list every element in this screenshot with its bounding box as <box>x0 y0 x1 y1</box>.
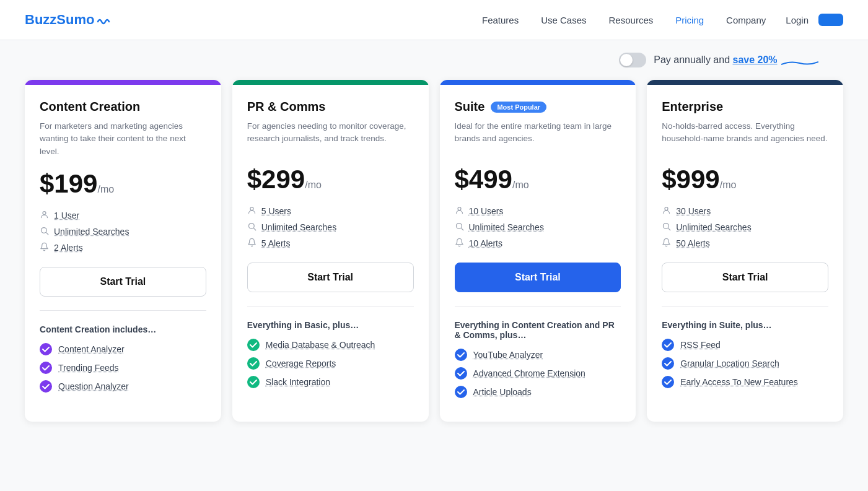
feature-text: 50 Alerts <box>676 238 709 248</box>
checklist-item-label[interactable]: YouTube Analyzer <box>473 350 543 360</box>
checklist-item-label[interactable]: Trending Feeds <box>58 363 119 373</box>
feature-item[interactable]: Unlimited Searches <box>455 222 621 233</box>
nav-pricing[interactable]: Pricing <box>675 15 704 25</box>
check-icon <box>455 349 467 361</box>
plan-title: Enterprise <box>662 100 828 114</box>
checklist-item: Trending Feeds <box>40 362 206 374</box>
svg-point-11 <box>247 376 260 388</box>
checklist-item-label[interactable]: Advanced Chrome Extension <box>473 368 585 378</box>
user-icon <box>40 210 49 221</box>
check-icon <box>247 339 260 351</box>
svg-point-12 <box>458 207 461 211</box>
search-icon <box>662 222 671 233</box>
search-icon <box>40 226 49 237</box>
card-body: Enterprise No-holds-barred access. Every… <box>647 85 843 412</box>
divider <box>455 306 621 306</box>
check-icon <box>455 386 467 398</box>
checklist-item-label[interactable]: Question Analyzer <box>58 381 129 391</box>
divider <box>40 310 206 311</box>
feature-item[interactable]: 30 Users <box>662 206 828 217</box>
feature-text: 5 Alerts <box>261 238 291 248</box>
plan-title-text: Content Creation <box>40 100 140 114</box>
divider <box>662 306 828 306</box>
bell-icon <box>662 238 671 249</box>
start-trial-button[interactable]: Start Trial <box>247 263 414 292</box>
card-top-bar <box>440 80 636 85</box>
checklist-item-label[interactable]: RSS Feed <box>680 340 721 350</box>
feature-text: 10 Alerts <box>469 238 502 248</box>
toggle-label: Pay annually and save 20% <box>654 54 818 66</box>
svg-point-1 <box>42 227 47 233</box>
svg-line-20 <box>669 228 670 230</box>
checklist-item: Article Uploads <box>455 386 621 398</box>
underline-wave-icon <box>781 59 818 66</box>
check-icon <box>662 339 674 351</box>
start-trial-button[interactable]: Start Trial <box>662 263 828 292</box>
plan-price: $499 <box>455 165 512 194</box>
plan-card-enterprise: Enterprise No-holds-barred access. Every… <box>647 80 843 422</box>
logo[interactable]: BuzzSumo <box>25 12 110 28</box>
nav-use-cases[interactable]: Use Cases <box>541 15 586 25</box>
nav-resources[interactable]: Resources <box>609 15 654 25</box>
svg-point-3 <box>40 343 52 355</box>
feature-item[interactable]: 5 Users <box>247 206 414 217</box>
plan-card-pr-comms: PR & Comms For agencies needing to monit… <box>232 80 429 422</box>
feature-item[interactable]: 5 Alerts <box>247 238 414 249</box>
price-block: $199/mo <box>40 169 206 199</box>
free-trial-button[interactable] <box>818 14 843 26</box>
check-icon <box>40 380 52 393</box>
search-icon <box>247 222 256 233</box>
start-trial-button[interactable]: Start Trial <box>455 263 621 292</box>
logo-wave-icon <box>97 13 110 27</box>
check-icon <box>455 367 467 380</box>
feature-item[interactable]: Unlimited Searches <box>40 226 206 237</box>
includes-title: Everything in Basic, plus… <box>247 320 414 330</box>
divider <box>247 306 414 306</box>
nav-company[interactable]: Company <box>726 15 766 25</box>
plan-card-suite: Suite Most Popular Ideal for the entire … <box>440 80 636 422</box>
checklist-item: Media Database & Outreach <box>247 339 414 351</box>
plan-title: PR & Comms <box>247 100 414 114</box>
feature-item[interactable]: Unlimited Searches <box>247 222 414 233</box>
svg-point-21 <box>662 339 674 351</box>
plan-price: $299 <box>247 165 305 194</box>
login-link[interactable]: Login <box>786 15 809 25</box>
checklist-item-label[interactable]: Coverage Reports <box>266 358 336 368</box>
search-icon <box>455 222 464 233</box>
price-block: $999/mo <box>662 165 828 194</box>
plan-description: For agencies needing to monitor coverage… <box>247 120 414 154</box>
start-trial-button[interactable]: Start Trial <box>40 267 206 297</box>
feature-item[interactable]: 10 Users <box>455 206 621 217</box>
annual-toggle[interactable] <box>619 53 646 67</box>
feature-item[interactable]: 50 Alerts <box>662 238 828 249</box>
checklist-item-label[interactable]: Granular Location Search <box>680 358 779 368</box>
check-icon <box>247 376 260 388</box>
plan-period: /mo <box>512 180 529 190</box>
svg-point-17 <box>455 386 467 398</box>
checklist-item-label[interactable]: Media Database & Outreach <box>266 340 375 350</box>
checklist-item-label[interactable]: Article Uploads <box>473 387 532 397</box>
card-body: Suite Most Popular Ideal for the entire … <box>440 85 636 422</box>
plan-title-text: Enterprise <box>662 100 723 114</box>
check-icon <box>662 357 674 370</box>
checklist-item: Content Analyzer <box>40 343 206 355</box>
plan-period: /mo <box>97 184 114 194</box>
checklist-item-label[interactable]: Slack Integration <box>266 377 330 387</box>
checklist-item: RSS Feed <box>662 339 828 351</box>
checklist-item: Early Access To New Features <box>662 376 828 388</box>
checklist-item-label[interactable]: Early Access To New Features <box>680 377 798 387</box>
check-icon <box>40 343 52 355</box>
svg-point-18 <box>665 207 668 211</box>
feature-item[interactable]: 10 Alerts <box>455 238 621 249</box>
plan-price: $999 <box>662 165 719 194</box>
user-icon <box>247 206 256 217</box>
pricing-cards: Content Creation For marketers and marke… <box>0 74 868 446</box>
includes-title: Content Creation includes… <box>40 324 206 334</box>
feature-item[interactable]: Unlimited Searches <box>662 222 828 233</box>
card-body: Content Creation For marketers and marke… <box>25 85 221 416</box>
nav-features[interactable]: Features <box>482 15 519 25</box>
feature-text: 30 Users <box>676 206 711 216</box>
feature-item[interactable]: 2 Alerts <box>40 242 206 253</box>
feature-item[interactable]: 1 User <box>40 210 206 221</box>
checklist-item-label[interactable]: Content Analyzer <box>58 344 125 354</box>
